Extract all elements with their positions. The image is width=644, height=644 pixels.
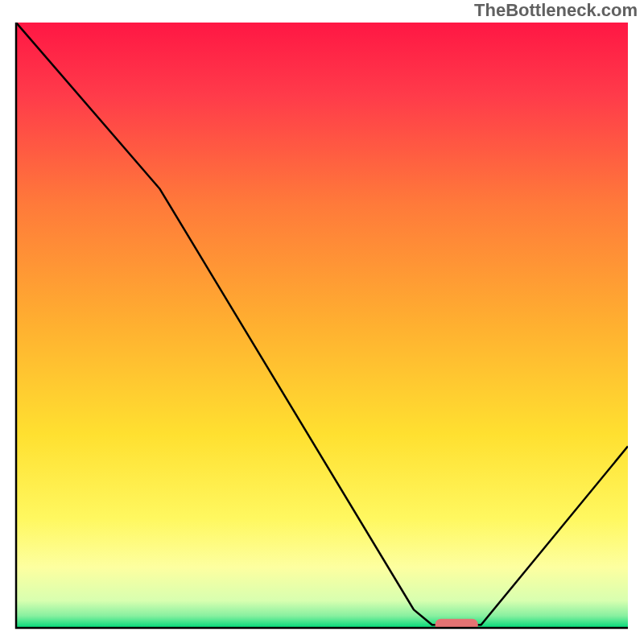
gradient-background bbox=[16, 23, 628, 628]
bottleneck-chart bbox=[0, 0, 644, 644]
optimal-marker bbox=[436, 619, 478, 631]
watermark-text: TheBottleneck.com bbox=[474, 0, 638, 21]
chart-container: TheBottleneck.com bbox=[0, 0, 644, 644]
